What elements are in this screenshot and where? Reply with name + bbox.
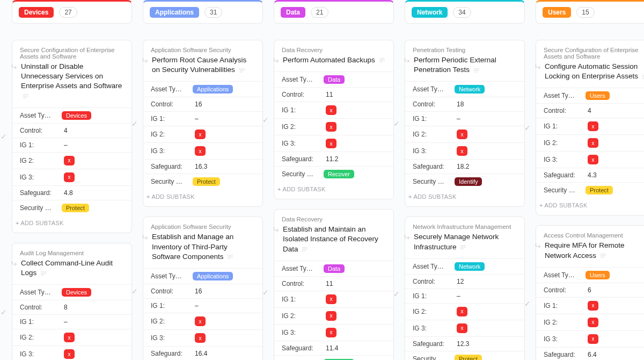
card-category: Penetration Testing — [413, 47, 517, 53]
field-label: Security Fu... — [413, 355, 445, 360]
field-value: 18 — [448, 100, 464, 108]
tag-pill: Protect — [455, 355, 482, 360]
task-card[interactable]: ✓Network Infrastructure ManagementSecure… — [405, 217, 525, 360]
check-icon[interactable]: ✓ — [393, 290, 400, 298]
card-field: IG 3:x — [536, 330, 644, 347]
field-label: IG 2: — [413, 131, 445, 138]
description-icon — [23, 94, 28, 98]
field-label: IG 1: — [282, 106, 314, 114]
card-field: IG 3:x — [12, 345, 131, 360]
column-header[interactable]: Users15 — [536, 0, 644, 24]
check-icon[interactable]: ✓ — [1, 132, 7, 141]
task-card[interactable]: ✓Data RecoveryPerform Automated Backups … — [274, 40, 394, 199]
card-field: IG 3:x — [143, 329, 262, 346]
ig-x-chip: x — [326, 139, 336, 148]
check-icon[interactable]: ✓ — [524, 299, 531, 308]
check-icon[interactable]: ✓ — [1, 308, 7, 316]
card-title[interactable]: Establish and Maintain an Isolated Insta… — [283, 225, 386, 254]
board-column: Applications31✓Application Software Secu… — [143, 0, 263, 360]
board-column: Data21✓Data RecoveryPerform Automated Ba… — [274, 0, 394, 360]
column-header[interactable]: Data21 — [274, 0, 394, 24]
card-field: IG 1:– — [405, 289, 524, 303]
ig-x-chip: x — [326, 311, 336, 321]
card-field: Safeguard:4.8 — [12, 185, 131, 200]
subtask-icon — [534, 63, 541, 70]
field-value: 16 — [186, 100, 202, 108]
tag-pill: Devices — [62, 288, 91, 297]
card-title[interactable]: Uninstall or Disable Unnecessary Service… — [21, 62, 124, 101]
subtask-icon — [403, 233, 411, 241]
column-badge: Network — [412, 7, 448, 18]
card-field: Control:12 — [405, 274, 524, 289]
card-field: Safeguard:6.4 — [536, 347, 644, 360]
card-field: Asset Type:Users — [536, 267, 644, 283]
field-label: Safeguard: — [413, 340, 445, 348]
field-value: 11.4 — [317, 344, 338, 352]
ig-x-chip: x — [457, 307, 467, 316]
field-label: IG 2: — [20, 334, 52, 341]
card-field: Security Fu...Recover — [274, 166, 393, 182]
field-label: IG 3: — [413, 147, 445, 155]
task-card[interactable]: ✓Access Control ManagementRequire MFA fo… — [536, 225, 644, 360]
task-card[interactable]: ✓Application Software SecurityEstablish … — [143, 217, 263, 360]
card-title[interactable]: Establish and Manage an Inventory of Thi… — [152, 232, 255, 262]
field-label: Security Fu... — [544, 186, 576, 194]
ig-x-chip: x — [195, 146, 206, 156]
check-icon[interactable]: ✓ — [131, 287, 138, 296]
column-header[interactable]: Devices27 — [12, 0, 132, 24]
card-field: IG 1:– — [405, 111, 524, 126]
ig-x-chip: x — [457, 323, 467, 333]
task-card[interactable]: ✓Secure Configuration of Enterprise Asse… — [12, 40, 132, 233]
add-subtask-button[interactable]: + ADD SUBTASK — [14, 215, 124, 228]
field-value: 16.4 — [186, 350, 207, 357]
field-label: Control: — [282, 280, 314, 287]
card-title[interactable]: Securely Manage Network Infrastructure — [414, 232, 517, 251]
card-title[interactable]: Collect Command-Line Audit Logs — [21, 258, 124, 278]
check-icon[interactable]: ✓ — [524, 124, 531, 132]
card-field: IG 3:x — [405, 142, 524, 159]
ig-value: – — [448, 292, 460, 300]
card-field: IG 3:x — [536, 151, 644, 168]
tag-pill: Protect — [193, 177, 220, 186]
card-title[interactable]: Configure Automatic Session Locking on E… — [545, 62, 644, 81]
card-title[interactable]: Require MFA for Remote Network Access — [545, 241, 644, 260]
column-header[interactable]: Applications31 — [143, 0, 263, 24]
card-field: Security Fu...Protect — [12, 200, 131, 215]
ig-x-chip: x — [326, 328, 336, 337]
ig-x-chip: x — [195, 333, 206, 343]
task-card[interactable]: ✓Secure Configuration of Enterprise Asse… — [536, 40, 644, 215]
check-icon[interactable]: ✓ — [262, 288, 269, 297]
field-label: Asset Type: — [151, 85, 183, 93]
ig-x-chip: x — [195, 129, 206, 139]
task-card[interactable]: ✓Audit Log ManagementCollect Command-Lin… — [12, 243, 132, 360]
task-card[interactable]: ✓Data RecoveryEstablish and Maintain an … — [274, 209, 394, 360]
card-field: Safeguard:12.3 — [405, 336, 524, 351]
add-subtask-button[interactable]: + ADD SUBTASK — [276, 182, 386, 195]
check-icon[interactable]: ✓ — [131, 119, 138, 128]
card-fields: Asset Type:DataControl:11IG 1:xIG 2:xIG … — [274, 71, 393, 182]
card-title[interactable]: Perform Root Cause Analysis on Security … — [152, 55, 255, 75]
add-subtask-button[interactable]: + ADD SUBTASK — [145, 189, 255, 202]
card-field: Asset Type:Users — [536, 88, 644, 103]
field-label: Asset Type: — [282, 265, 314, 272]
field-label: IG 2: — [282, 123, 314, 131]
card-title[interactable]: Perform Periodic External Penetration Te… — [414, 55, 517, 75]
card-title[interactable]: Perform Automated Backups — [283, 55, 386, 65]
card-field: Control:4 — [12, 123, 131, 138]
field-value: 16.3 — [186, 163, 207, 170]
column-header[interactable]: Network34 — [405, 0, 525, 24]
board-column: Devices27✓Secure Configuration of Enterp… — [12, 0, 132, 360]
field-label: Control: — [151, 287, 183, 295]
task-card[interactable]: ✓Penetration TestingPerform Periodic Ext… — [405, 40, 525, 207]
task-card[interactable]: ✓Application Software SecurityPerform Ro… — [143, 40, 263, 207]
add-subtask-button[interactable]: + ADD SUBTASK — [538, 198, 644, 211]
card-field: IG 1:– — [12, 314, 131, 329]
add-subtask-button[interactable]: + ADD SUBTASK — [407, 189, 517, 202]
card-field: Control:8 — [12, 300, 131, 314]
card-field: IG 2:x — [12, 152, 131, 169]
field-label: Control: — [151, 100, 183, 108]
card-field: Control:18 — [405, 97, 524, 111]
check-icon[interactable]: ✓ — [262, 116, 269, 124]
card-field: Asset Type:Devices — [12, 107, 131, 123]
check-icon[interactable]: ✓ — [393, 119, 400, 128]
